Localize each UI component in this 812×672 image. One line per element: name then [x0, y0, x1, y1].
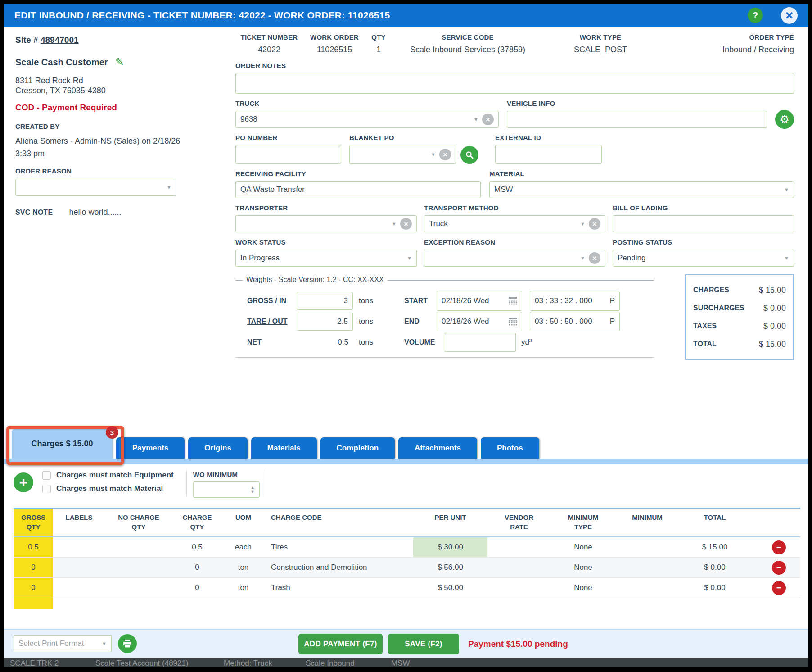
vehicle-info-input[interactable] — [507, 111, 767, 128]
posting-status-select[interactable]: Pending ▼ — [613, 250, 794, 267]
add-charge-button[interactable]: + — [14, 472, 33, 492]
vehicle-settings-button[interactable]: ⚙ — [775, 110, 794, 129]
match-equipment-option[interactable]: Charges must match Equipment — [42, 471, 174, 480]
print-format-select[interactable]: Select Print Format ▼ — [14, 635, 112, 652]
bg-account: Scale Test Account (48921) — [95, 659, 189, 667]
exception-reason-select[interactable]: ▼ × — [424, 250, 605, 267]
transporter-select[interactable]: ▼ × — [235, 215, 417, 232]
volume-input[interactable] — [444, 333, 516, 352]
cell-charge-qty: 0 — [172, 558, 222, 577]
start-time-value: 03 : 33 : 32 . 000 — [535, 296, 592, 305]
end-label: END — [404, 318, 437, 326]
material-select[interactable]: MSW ▼ — [489, 181, 794, 198]
header-total: TOTAL — [679, 509, 751, 522]
charges-table: GROSS QTY LABELS NO CHARGE QTY CHARGE QT… — [14, 508, 800, 598]
clear-transporter-icon[interactable]: × — [400, 218, 412, 230]
blanket-po-search-button[interactable] — [460, 146, 478, 164]
help-icon[interactable]: ? — [748, 8, 763, 23]
work-status-select[interactable]: In Progress ▼ — [235, 250, 417, 267]
clear-transport-method-icon[interactable]: × — [589, 218, 600, 230]
calendar-icon[interactable] — [509, 297, 517, 305]
truck-select[interactable]: 9638 ▼ × — [235, 111, 499, 128]
order-notes-input[interactable] — [235, 73, 794, 94]
cell-vendor-rate — [487, 558, 550, 577]
bill-of-lading-input[interactable] — [613, 215, 794, 232]
blanket-po-select[interactable]: ▼ × — [349, 145, 456, 164]
work-type-value: SCALE_POST — [544, 45, 657, 54]
match-equipment-checkbox[interactable] — [42, 471, 51, 480]
footer-bar: Select Print Format ▼ ADD PAYMENT (F7) S… — [4, 629, 808, 658]
tab-materials[interactable]: Materials — [251, 437, 317, 459]
clear-blanket-po-icon[interactable]: × — [439, 149, 451, 160]
add-payment-button[interactable]: ADD PAYMENT (F7) — [298, 634, 383, 654]
order-reason-select[interactable]: ▼ — [15, 179, 176, 196]
spinner-down-icon[interactable]: ▼ — [251, 490, 255, 494]
end-date-input[interactable]: 02/18/26 Wed — [437, 312, 522, 331]
chevron-down-icon: ▼ — [102, 641, 107, 646]
bg-material: MSW — [391, 659, 410, 667]
net-weight-value: 0.5 — [297, 338, 353, 347]
tab-photos[interactable]: Photos — [481, 437, 539, 459]
spinner-up-icon[interactable]: ▲ — [251, 486, 255, 490]
tab-materials-label: Materials — [267, 444, 301, 453]
clear-exception-reason-icon[interactable]: × — [589, 252, 600, 264]
main-content: Site # 48947001 Scale Cash Customer ✎ 83… — [4, 27, 808, 429]
taxes-total-row: TAXES $ 0.00 — [693, 317, 786, 335]
start-date-input[interactable]: 02/18/26 Wed — [437, 291, 522, 311]
end-time-meridiem: P — [610, 317, 615, 326]
save-button[interactable]: SAVE (F2) — [388, 634, 459, 654]
delete-charge-icon[interactable]: − — [772, 581, 786, 595]
match-equipment-label: Charges must match Equipment — [56, 471, 174, 480]
match-material-checkbox[interactable] — [42, 485, 51, 493]
charge-row-trash[interactable]: 0 0 ton Trash $ 50.00 None $ 0.00 − — [14, 578, 800, 598]
cell-uom: each — [222, 537, 265, 557]
taxes-total-label: TAXES — [693, 322, 717, 330]
surcharges-total-value: $ 0.00 — [763, 304, 786, 313]
delete-charge-icon[interactable]: − — [772, 540, 786, 554]
tab-payments[interactable]: Payments — [116, 437, 185, 459]
cell-per-unit-highlighted: $ 30.00 — [413, 537, 487, 557]
po-number-input[interactable] — [235, 145, 341, 164]
tab-completion[interactable]: Completion — [320, 437, 395, 459]
header-labels: LABELS — [53, 509, 105, 522]
start-time-input[interactable]: 03 : 33 : 32 . 000 P — [530, 291, 620, 311]
match-material-option[interactable]: Charges must match Material — [42, 484, 174, 493]
receiving-facility-input[interactable]: QA Waste Transfer — [235, 181, 481, 198]
gross-weight-input[interactable]: 3 — [297, 292, 353, 310]
header-no-charge-qty: NO CHARGE QTY — [105, 509, 172, 531]
cell-charge-qty: 0 — [172, 578, 222, 598]
tab-attachments[interactable]: Attachments — [398, 437, 477, 459]
tab-origins[interactable]: Origins — [188, 437, 248, 459]
external-id-input[interactable] — [495, 145, 602, 164]
vehicle-info-label: VEHICLE INFO — [507, 100, 767, 107]
bill-of-lading-label: BILL OF LADING — [613, 204, 794, 212]
delete-charge-icon[interactable]: − — [772, 561, 786, 575]
tare-weight-input[interactable]: 2.5 — [297, 313, 353, 331]
end-time-input[interactable]: 03 : 50 : 50 . 000 P — [530, 312, 620, 331]
charge-row-tires[interactable]: 0.5 0.5 each Tires $ 30.00 None $ 15.00 … — [14, 537, 800, 558]
qty-label: QTY — [366, 33, 391, 41]
tab-charges[interactable]: Charges $ 15.00 3 — [12, 429, 113, 459]
tare-out-link[interactable]: TARE / OUT — [247, 318, 297, 326]
receiving-facility-value: QA Waste Transfer — [240, 185, 305, 194]
site-number-link[interactable]: 48947001 — [41, 35, 79, 45]
cell-no-charge-qty — [105, 537, 172, 557]
print-button[interactable] — [118, 634, 137, 653]
edit-pencil-icon[interactable]: ✎ — [115, 56, 124, 68]
charges-total-row: CHARGES $ 15.00 — [693, 281, 786, 299]
external-id-label: EXTERNAL ID — [495, 134, 602, 141]
weights-fieldset: Weights - Scale Version: 1.2 - CC: XX-XX… — [235, 280, 654, 358]
close-icon[interactable]: × — [781, 7, 798, 24]
transport-method-select[interactable]: Truck ▼ × — [424, 215, 605, 232]
tare-weight-value: 2.5 — [337, 317, 348, 326]
charge-row-construction-demolition[interactable]: 0 0 ton Construction and Demolition $ 56… — [14, 558, 800, 578]
calendar-icon[interactable] — [509, 318, 517, 326]
tare-unit: tons — [353, 317, 381, 326]
wo-minimum-stepper[interactable]: ▲ ▼ — [193, 481, 260, 498]
tab-payments-label: Payments — [132, 444, 168, 453]
cell-gross-qty: 0 — [14, 578, 53, 598]
bg-method: Method: Truck — [224, 659, 272, 667]
gross-unit: tons — [353, 296, 381, 305]
gross-in-link[interactable]: GROSS / IN — [247, 297, 297, 305]
clear-truck-icon[interactable]: × — [482, 114, 494, 125]
